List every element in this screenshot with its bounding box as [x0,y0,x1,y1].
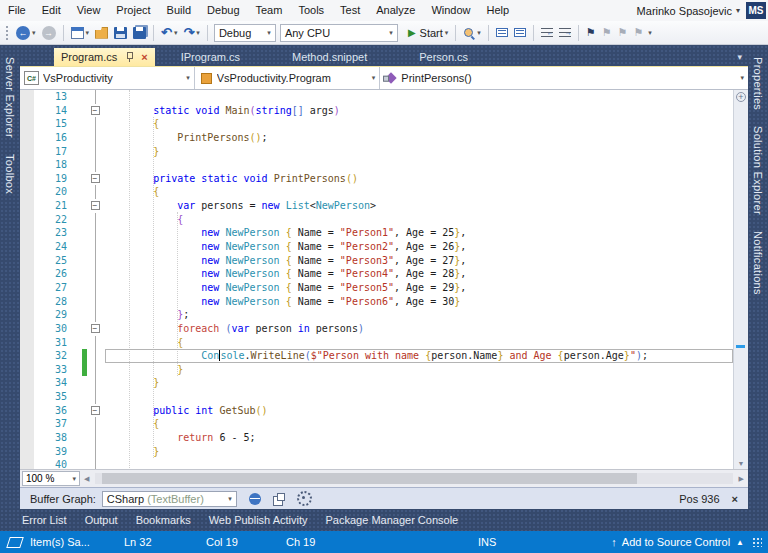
tab-method-snippet[interactable]: Method.snippet [266,48,393,66]
code-line-29[interactable]: 29 }; [20,308,733,322]
user-dropdown-icon[interactable]: ▾ [736,6,740,15]
new-project-dropdown-icon[interactable]: ▾ [86,29,90,37]
code-line-38[interactable]: 38 return 6 - 5; [20,431,733,445]
sidebar-tab-properties[interactable]: Properties [752,53,764,114]
gear-icon[interactable] [297,491,312,506]
code-line-14[interactable]: 14− static void Main(string[] args) [20,104,733,118]
tab-person-cs[interactable]: Person.cs [393,48,494,66]
nav-combo-vsproductivity[interactable]: C#VsProductivity▾ [20,67,195,89]
sidebar-tab-notifications[interactable]: Notifications [752,227,764,299]
sidebar-tab-toolbox[interactable]: Toolbox [4,150,16,198]
scrollbar-split-icon[interactable]: + [736,92,746,102]
code-line-22[interactable]: 22 { [20,213,733,227]
next-bookmark-button[interactable]: ⚑ [616,23,630,43]
fold-collapse-button[interactable]: − [87,199,103,213]
menu-edit[interactable]: Edit [34,0,69,21]
uncomment-button[interactable] [512,23,528,43]
fold-collapse-button[interactable]: − [87,322,103,336]
increase-indent-button[interactable] [557,23,573,43]
code-line-39[interactable]: 39 } [20,445,733,459]
code-editor[interactable]: 1314− static void Main(string[] args)15 … [20,90,748,469]
add-to-source-control-button[interactable]: ↑ Add to Source Control ▲ [611,536,744,548]
pin-icon[interactable] [125,52,134,62]
code-line-21[interactable]: 21− var persons = new List<NewPerson> [20,199,733,213]
resize-grip[interactable] [752,537,762,547]
back-dropdown-icon[interactable]: ▾ [32,29,36,37]
code-line-31[interactable]: 31 { [20,336,733,350]
code-line-26[interactable]: 26 new NewPerson { Name = "Person4", Age… [20,267,733,281]
decrease-indent-button[interactable] [539,23,555,43]
scroll-down-icon[interactable]: ▼ [734,460,748,467]
previous-bookmark-button[interactable]: ⚑ [600,23,614,43]
tab-iprogram-cs[interactable]: IProgram.cs [155,48,266,66]
menu-tools[interactable]: Tools [290,0,332,21]
horizontal-scrollbar[interactable] [95,473,732,484]
code-line-24[interactable]: 24 new NewPerson { Name = "Person2", Age… [20,240,733,254]
scroll-right-icon[interactable]: ▶ [735,475,748,483]
vertical-scrollbar[interactable]: + ▼ [733,90,748,469]
menu-debug[interactable]: Debug [199,0,247,21]
panel-tab-bookmarks[interactable]: Bookmarks [127,509,200,531]
sidebar-tab-solution-explorer[interactable]: Solution Explorer [752,122,764,219]
code-line-17[interactable]: 17 } [20,145,733,159]
code-line-32[interactable]: 32 Console.WriteLine($"Person with name … [20,349,733,363]
close-icon[interactable]: × [732,493,738,505]
fold-collapse-button[interactable]: − [87,404,103,418]
panel-tab-package-manager-console[interactable]: Package Manager Console [317,509,468,531]
code-line-30[interactable]: 30− foreach (var person in persons) [20,322,733,336]
menu-team[interactable]: Team [248,0,291,21]
comment-button[interactable] [494,23,510,43]
buffer-graph-select[interactable]: CSharp (TextBuffer) ▾ [102,491,237,507]
tab-list-dropdown-icon[interactable]: ▾ [737,52,748,66]
panel-tab-error-list[interactable]: Error List [13,509,76,531]
toolbar-overflow-icon[interactable]: ▾ [648,29,652,37]
menu-test[interactable]: Test [332,0,368,21]
nav-combo-printpersons[interactable]: PrintPersons()▾ [380,67,748,89]
panel-tab-web-publish-activity[interactable]: Web Publish Activity [200,509,317,531]
tab-program-cs[interactable]: Program.cs× [54,48,155,66]
code-line-25[interactable]: 25 new NewPerson { Name = "Person3", Age… [20,254,733,268]
code-line-20[interactable]: 20 { [20,185,733,199]
code-line-19[interactable]: 19− private static void PrintPersons() [20,172,733,186]
menu-view[interactable]: View [69,0,109,21]
code-line-16[interactable]: 16 PrintPersons(); [20,131,733,145]
code-line-27[interactable]: 27 new NewPerson { Name = "Person5", Age… [20,281,733,295]
menu-file[interactable]: File [0,0,34,21]
undo-button[interactable]: ↶▾ [159,23,179,43]
menu-window[interactable]: Window [423,0,478,21]
windows-icon[interactable] [273,493,285,505]
code-line-23[interactable]: 23 new NewPerson { Name = "Person1", Age… [20,226,733,240]
sidebar-tab-server-explorer[interactable]: Server Explorer [4,53,16,142]
start-dropdown-icon[interactable]: ▾ [445,29,449,37]
new-project-button[interactable]: ▾ [69,23,92,43]
code-line-40[interactable]: 40 [20,458,733,469]
code-line-18[interactable]: 18 [20,158,733,172]
navigate-back-button[interactable]: ←▾ [14,23,38,43]
code-line-33[interactable]: 33 } [20,363,733,377]
menu-analyze[interactable]: Analyze [368,0,423,21]
add-item-button[interactable] [93,23,110,43]
menu-help[interactable]: Help [479,0,518,21]
code-line-37[interactable]: 37 { [20,417,733,431]
code-line-34[interactable]: 34 } [20,376,733,390]
scroll-left-icon[interactable]: ◀ [80,475,93,483]
undo-dropdown-icon[interactable]: ▾ [174,29,178,37]
panel-tab-output[interactable]: Output [76,509,127,531]
start-debug-button[interactable]: ▶Start▾ [406,23,450,43]
user-name[interactable]: Marinko Spasojevic [637,5,732,17]
solution-platform-select[interactable]: Any CPU▾ [280,24,398,42]
zoom-select[interactable]: 100 %▾ [22,471,80,486]
save-button[interactable] [112,23,129,43]
fold-collapse-button[interactable]: − [87,172,103,186]
avatar[interactable]: MS [746,2,766,19]
redo-button[interactable]: ↷▾ [181,23,201,43]
code-line-36[interactable]: 36− public int GetSub() [20,404,733,418]
find-dropdown-icon[interactable]: ▾ [477,29,481,37]
toolbar-grip[interactable] [5,25,10,41]
code-line-15[interactable]: 15 { [20,117,733,131]
redo-dropdown-icon[interactable]: ▾ [196,29,200,37]
code-line-28[interactable]: 28 new NewPerson { Name = "Person6", Age… [20,295,733,309]
nav-combo-vsproductivity-program[interactable]: VsProductivity.Program▾ [195,67,381,89]
code-line-13[interactable]: 13 [20,90,733,104]
close-icon[interactable]: × [141,51,147,63]
